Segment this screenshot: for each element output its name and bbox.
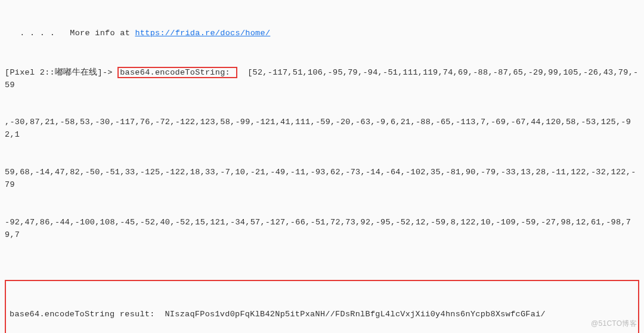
byte-array-part2: ,-30,87,21,-58,53,-30,-117,76,-72,-122,1… — [5, 116, 639, 141]
prompt-line-1: [Pixel 2::嘟嘟牛在线]-> base64.encodeToString… — [5, 67, 639, 92]
docs-link[interactable]: https://frida.re/docs/home/ — [135, 29, 270, 38]
prompt-prefix: [Pixel 2::嘟嘟牛在线]-> — [5, 68, 113, 77]
byte-array-part3: 59,68,-14,47,82,-50,-51,33,-125,-122,18,… — [5, 166, 639, 192]
console-output: . . . . More info at https://frida.re/do… — [0, 0, 644, 333]
watermark: @51CTO博客 — [591, 318, 637, 329]
highlight-result-box: base64.encodeToString result: NIszaqFPos… — [5, 280, 639, 333]
highlight-encode-label: base64.encodeToString: — [117, 67, 237, 78]
more-info-text: More info at — [55, 29, 135, 38]
dots: . . . . — [5, 29, 55, 38]
info-line: . . . . More info at https://frida.re/do… — [5, 27, 639, 40]
byte-array-part4: -92,47,86,-44,-100,108,-45,-52,40,-52,15… — [5, 217, 639, 242]
result-line-1: base64.encodeToString result: NIszaqFPos… — [10, 309, 634, 321]
